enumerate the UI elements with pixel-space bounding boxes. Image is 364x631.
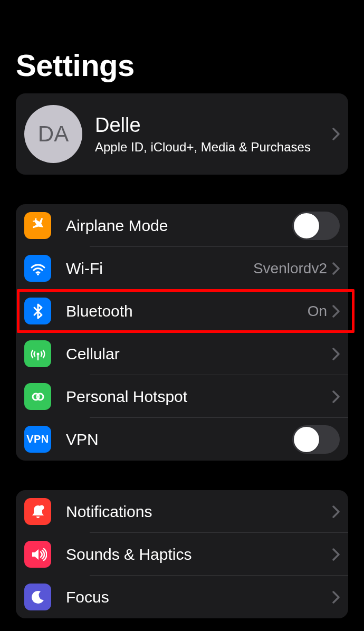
wifi-icon xyxy=(24,255,51,282)
bluetooth-row[interactable]: Bluetooth On xyxy=(16,290,348,332)
profile-subtitle: Apple ID, iCloud+, Media & Purchases xyxy=(95,140,332,155)
avatar: DA xyxy=(24,105,82,163)
settings-screen: Settings DA Delle Apple ID, iCloud+, Med… xyxy=(0,0,364,631)
bluetooth-value: On xyxy=(308,303,327,320)
vpn-icon: VPN xyxy=(24,426,51,453)
chevron-right-icon xyxy=(332,262,340,275)
chevron-right-icon xyxy=(332,128,340,140)
notifications-icon xyxy=(24,498,51,525)
chevron-right-icon xyxy=(332,305,340,318)
airplane-mode-label: Airplane Mode xyxy=(66,217,292,235)
cellular-icon xyxy=(24,340,51,367)
cellular-label: Cellular xyxy=(66,345,332,363)
svg-point-5 xyxy=(39,505,44,510)
focus-row[interactable]: Focus xyxy=(16,576,348,618)
profile-name: Delle xyxy=(95,114,332,137)
sounds-icon xyxy=(24,541,51,568)
sounds-haptics-row[interactable]: Sounds & Haptics xyxy=(16,533,348,576)
airplane-mode-row[interactable]: Airplane Mode xyxy=(16,204,348,247)
chevron-right-icon xyxy=(332,390,340,403)
wifi-label: Wi-Fi xyxy=(66,260,253,278)
notifications-label: Notifications xyxy=(66,503,332,521)
personal-hotspot-row[interactable]: Personal Hotspot xyxy=(16,375,348,418)
apple-id-row[interactable]: DA Delle Apple ID, iCloud+, Media & Purc… xyxy=(16,93,348,175)
chevron-right-icon xyxy=(332,505,340,518)
connectivity-group: Airplane Mode Wi-Fi Svenlordv2 Bluetooth… xyxy=(16,204,348,461)
focus-label: Focus xyxy=(66,588,332,606)
svg-point-0 xyxy=(37,273,39,275)
cellular-row[interactable]: Cellular xyxy=(16,332,348,375)
svg-rect-2 xyxy=(37,354,38,360)
focus-icon xyxy=(24,584,51,610)
svg-point-4 xyxy=(37,394,43,400)
notifications-row[interactable]: Notifications xyxy=(16,490,348,533)
sounds-haptics-label: Sounds & Haptics xyxy=(66,546,332,563)
bluetooth-label: Bluetooth xyxy=(66,302,308,320)
bluetooth-icon xyxy=(24,298,51,324)
profile-text: Delle Apple ID, iCloud+, Media & Purchas… xyxy=(95,114,332,155)
chevron-right-icon xyxy=(332,591,340,604)
hotspot-icon xyxy=(24,383,51,410)
avatar-initials: DA xyxy=(38,121,69,147)
airplane-icon xyxy=(24,212,51,239)
chevron-right-icon xyxy=(332,348,340,360)
chevron-right-icon xyxy=(332,548,340,561)
profile-group: DA Delle Apple ID, iCloud+, Media & Purc… xyxy=(16,93,348,175)
wifi-row[interactable]: Wi-Fi Svenlordv2 xyxy=(16,247,348,290)
wifi-value: Svenlordv2 xyxy=(253,260,327,277)
airplane-mode-toggle[interactable] xyxy=(292,212,340,240)
personal-hotspot-label: Personal Hotspot xyxy=(66,388,332,406)
page-title: Settings xyxy=(16,47,364,83)
preferences-group: Notifications Sounds & Haptics Focus xyxy=(16,490,348,618)
vpn-icon-text: VPN xyxy=(26,433,49,445)
vpn-row[interactable]: VPN VPN xyxy=(16,418,348,461)
vpn-label: VPN xyxy=(66,431,292,448)
vpn-toggle[interactable] xyxy=(292,425,340,454)
